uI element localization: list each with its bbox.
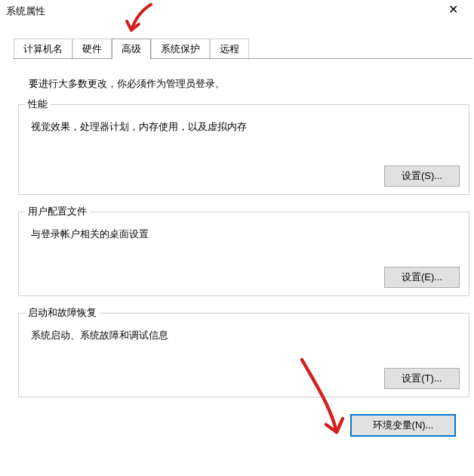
tab-advanced[interactable]: 高级 bbox=[112, 39, 151, 60]
tab-remote[interactable]: 远程 bbox=[210, 39, 249, 60]
tab-hardware[interactable]: 硬件 bbox=[72, 39, 112, 60]
tab-strip: 计算机名 硬件 高级 系统保护 远程 bbox=[0, 23, 474, 59]
tab-content: 要进行大多数更改，你必须作为管理员登录。 性能 视觉效果，处理器计划，内存使用，… bbox=[0, 59, 474, 446]
user-profiles-settings-button[interactable]: 设置(E)... bbox=[384, 267, 460, 288]
group-startup-recovery-desc: 系统启动、系统故障和调试信息 bbox=[31, 329, 457, 342]
tab-computer-name[interactable]: 计算机名 bbox=[14, 39, 72, 60]
group-performance-title: 性能 bbox=[25, 97, 51, 111]
window-titlebar: 系统属性 ✕ bbox=[0, 0, 474, 23]
tab-system-protection[interactable]: 系统保护 bbox=[151, 39, 210, 60]
group-startup-recovery: 启动和故障恢复 系统启动、系统故障和调试信息 设置(T)... bbox=[18, 313, 469, 397]
group-user-profiles-title: 用户配置文件 bbox=[25, 205, 90, 218]
close-icon[interactable]: ✕ bbox=[438, 1, 468, 22]
environment-variables-button[interactable]: 环境变量(N)... bbox=[350, 414, 456, 437]
performance-settings-button[interactable]: 设置(S)... bbox=[384, 165, 460, 187]
startup-recovery-settings-button[interactable]: 设置(T)... bbox=[384, 368, 460, 389]
group-startup-recovery-title: 启动和故障恢复 bbox=[25, 306, 100, 320]
window-title: 系统属性 bbox=[6, 5, 438, 18]
group-performance: 性能 视觉效果，处理器计划，内存使用，以及虚拟内存 设置(S)... bbox=[18, 104, 469, 195]
intro-text: 要进行大多数更改，你必须作为管理员登录。 bbox=[29, 77, 459, 91]
group-user-profiles: 用户配置文件 与登录帐户相关的桌面设置 设置(E)... bbox=[18, 212, 469, 296]
group-user-profiles-desc: 与登录帐户相关的桌面设置 bbox=[31, 227, 457, 241]
group-performance-desc: 视觉效果，处理器计划，内存使用，以及虚拟内存 bbox=[31, 120, 457, 134]
